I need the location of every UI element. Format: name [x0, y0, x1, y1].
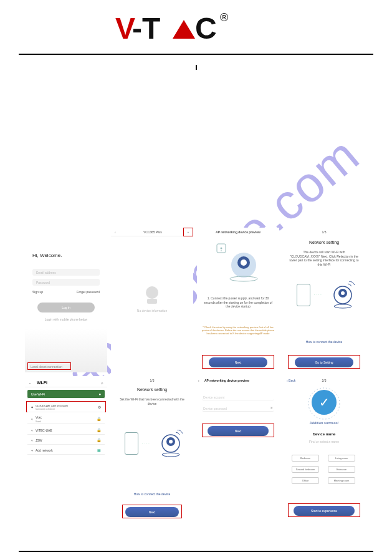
done-step: 2/3 — [283, 379, 365, 382]
search-icon[interactable]: ⌕ — [101, 381, 103, 385]
screenshot-grid: Hi, Welcome. Email address Password Sign… — [25, 228, 368, 521]
ycc-title: YCC365 Plus — [143, 230, 162, 234]
next-button[interactable]: Next — [209, 357, 267, 367]
svg-point-16 — [334, 304, 351, 308]
wifi-title: Wi-Fi — [37, 380, 47, 385]
local-connection-highlight: Local direct connection — [27, 362, 71, 370]
toggle-on-icon[interactable]: ● — [98, 392, 101, 396]
net2-title: Network setting — [111, 387, 193, 392]
net2-hint[interactable]: How to connect the device — [111, 492, 193, 496]
scan-icon[interactable]: ▦ — [97, 448, 101, 452]
use-wifi-label: Use Wi-Fi — [31, 392, 45, 396]
svg-point-5 — [146, 286, 158, 299]
wifi-row-3[interactable]: ▾ VITEC-UAE 🔒 — [27, 426, 105, 435]
go-to-setting-button[interactable]: Go to Setting — [295, 357, 353, 367]
net1-step: 1/3 — [283, 230, 365, 234]
device-name-hint: Find or select a name — [283, 440, 365, 443]
back-arrow-icon[interactable]: ← — [29, 381, 32, 385]
ap1-title: AP networking device preview — [197, 230, 279, 234]
email-field[interactable]: Email address — [32, 269, 100, 276]
net2-desc: Set the Wi-Fi that has been connected wi… — [116, 397, 188, 405]
plus-icon[interactable]: + — [188, 230, 189, 234]
svg-text:C: C — [195, 12, 217, 45]
connection-dots: ···· — [314, 293, 323, 296]
tile-network-2: 1/3 Network setting Set the Wi-Fi that h… — [111, 376, 193, 521]
gear-icon[interactable]: ⚙ — [98, 405, 101, 409]
device-password-field[interactable]: Device password 👁 — [202, 405, 274, 412]
wifi-row-4[interactable]: ▾ JSW 🔒 — [27, 436, 105, 445]
rule-bottom — [19, 551, 373, 552]
tile-success: ‹ Back 2/3 ✓ Addition success! Device na… — [283, 376, 365, 521]
login-button[interactable]: Log in — [37, 303, 95, 312]
back-icon[interactable]: ‹ — [115, 230, 116, 234]
tile-ycc: ‹ YCC365 Plus + No device information — [111, 228, 193, 372]
wifi-cloudcam-highlight: ◆ CLOUDCAM_44ef bf b75a90 Connected, no … — [26, 401, 106, 412]
wifi-row-cloudcam[interactable]: ◆ CLOUDCAM_44ef bf b75a90 Connected, no … — [27, 402, 105, 412]
tile-wifi: ← Wi-Fi ⌕ Use Wi-Fi ● ◆ CLOUDCAM_44ef bf… — [25, 376, 107, 521]
net2-step: 1/3 — [111, 379, 193, 382]
add-device-highlight: + — [183, 228, 193, 236]
password-field[interactable]: Password — [32, 279, 100, 286]
eye-icon[interactable]: 👁 — [270, 406, 273, 410]
svg-point-21 — [308, 388, 340, 419]
wifi-full-icon: ◆ — [31, 405, 33, 409]
room-chip[interactable]: Second bedroom — [292, 466, 319, 473]
phone-icon — [297, 284, 310, 306]
empty-text: No device information — [111, 309, 193, 312]
room-chip[interactable]: Bedroom — [292, 455, 319, 462]
ap2-title: AP networking device preview — [204, 379, 249, 382]
signup-link[interactable]: Sign up — [32, 290, 43, 294]
room-chip[interactable]: Entrance — [328, 466, 355, 473]
device-name-label: Device name — [283, 432, 365, 436]
wifi-ssid-1-sub: Connected, no Internet — [36, 408, 55, 410]
svg-point-8 — [221, 248, 222, 249]
room-chip[interactable]: Living room — [328, 455, 355, 462]
rule-top-divider — [196, 65, 197, 70]
room-chip[interactable]: Meeting room — [328, 477, 355, 484]
start-highlight: Start to experience — [288, 503, 360, 517]
wifi-header: ← Wi-Fi ⌕ — [25, 379, 107, 387]
svg-text:-T: -T — [132, 12, 160, 45]
empty-illustration — [141, 284, 163, 306]
ycc-header: ‹ YCC365 Plus — [111, 228, 193, 236]
next-button[interactable]: Next — [125, 507, 179, 517]
start-button[interactable]: Start to experience — [294, 506, 355, 516]
svg-point-11 — [241, 259, 247, 266]
svg-rect-6 — [147, 299, 157, 304]
net1-hint[interactable]: How to connect the device — [283, 340, 365, 344]
device-account-field[interactable]: Device account — [202, 394, 274, 400]
svg-text:®: ® — [220, 12, 228, 24]
mobile-login-hint: Login with mobile phone below — [25, 317, 107, 321]
dotted-ring — [308, 387, 340, 420]
wifi-toggle-row[interactable]: Use Wi-Fi ● — [27, 390, 105, 399]
plus-icon: + — [31, 448, 33, 452]
camera-illustration — [216, 243, 259, 286]
next-button[interactable]: Next — [208, 426, 269, 436]
svg-marker-2 — [173, 20, 195, 39]
svg-point-15 — [341, 291, 345, 295]
rule-top — [19, 54, 373, 55]
tile-network-1: 1/3 Network setting The device will star… — [283, 228, 365, 372]
lock-icon: 🔒 — [97, 438, 101, 442]
ap1-next-highlight: Next — [202, 355, 274, 369]
phone-icon — [125, 432, 138, 455]
forgot-link[interactable]: Forget password — [77, 290, 100, 294]
back-icon[interactable]: ‹ — [198, 379, 199, 382]
room-chip[interactable]: Office — [292, 477, 319, 484]
net2-next-highlight: Next — [122, 505, 182, 518]
wifi-row-2[interactable]: ▾ Vtac Saved 🔒 — [27, 415, 105, 424]
wifi-add-row[interactable]: + Add network ▦ — [27, 446, 105, 455]
ap1-step: 1. Connect the power supply, and wait fo… — [202, 296, 274, 309]
tile-ap-preview-2: AP networking device preview ‹ Device ac… — [197, 376, 279, 521]
lock-icon: 🔒 — [97, 417, 101, 421]
net1-go-highlight: Go to Setting — [288, 355, 360, 369]
tile-ap-preview-1: AP networking device preview 1. Connect … — [197, 228, 279, 372]
success-text: Addition success! — [283, 421, 365, 425]
net1-title: Network setting — [283, 240, 365, 245]
ap2-next-highlight: Next — [202, 424, 274, 437]
wifi-icon: ▾ — [31, 429, 33, 432]
lock-icon: 🔒 — [97, 428, 101, 432]
net1-desc: The device will start Wi-Fi with "CLOUDC… — [288, 250, 360, 266]
svg-point-19 — [169, 440, 173, 443]
camera-icon — [330, 281, 355, 311]
